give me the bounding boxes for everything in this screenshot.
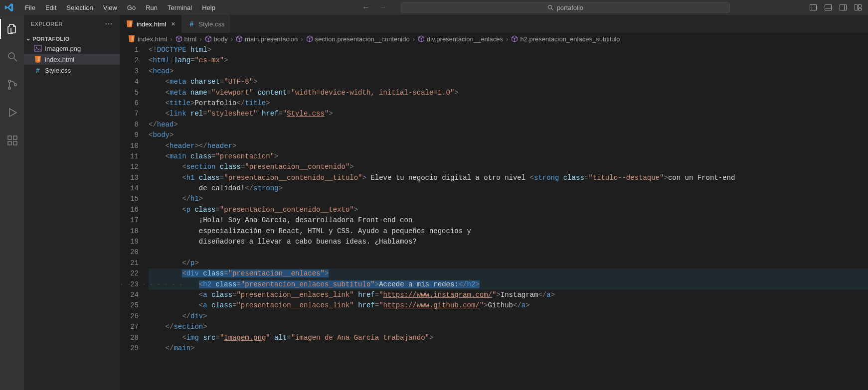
code-line-11[interactable]: <main class="presentacion">	[149, 151, 868, 162]
menu-edit[interactable]: Edit	[40, 2, 61, 13]
file-label: Imagem.png	[45, 45, 81, 52]
search-icon[interactable]	[0, 47, 24, 67]
code-line-23[interactable]: <h2 class="presentacion_enlaces_subtitul…	[149, 279, 868, 290]
project-header[interactable]: ⌄ PORTAFOLIO	[24, 34, 120, 43]
code-line-7[interactable]: <link rel="stylesheet" href="Style.css">	[149, 109, 868, 119]
file-icon	[34, 55, 42, 63]
svg-rect-20	[34, 45, 41, 51]
layout-sidebar-left-icon[interactable]	[809, 3, 817, 11]
code-editor[interactable]: 1234567891011121314151617181920212223242…	[120, 45, 868, 390]
code-line-10[interactable]: <header></header>	[149, 141, 868, 151]
search-icon	[547, 4, 554, 11]
code-line-12[interactable]: <section class="presentacion__contenido"…	[149, 162, 868, 172]
breadcrumb-item[interactable]: index.html	[128, 35, 167, 43]
editor-tabs: index.html×#Style.css	[120, 15, 868, 33]
sidebar-title: EXPLORER	[31, 21, 63, 27]
menu-help[interactable]: Help	[197, 2, 220, 13]
breadcrumb-item[interactable]: section.presentacion__contenido	[306, 35, 410, 43]
code-line-17[interactable]: ¡Hola! Soy Ana García, desarrolladora Fr…	[149, 215, 868, 226]
breadcrumb-item[interactable]: div.presentacion__enlaces	[418, 35, 503, 43]
activity-bar	[0, 15, 24, 390]
menu-view[interactable]: View	[98, 2, 122, 13]
code-line-16[interactable]: <p class="presentacion__contenido__texto…	[149, 205, 868, 215]
breadcrumb-icon	[236, 35, 243, 42]
menu-run[interactable]: Run	[141, 2, 163, 13]
breadcrumb-label: section.presentacion__contenido	[315, 35, 410, 43]
close-icon[interactable]: ×	[171, 20, 175, 28]
code-line-29[interactable]: </main>	[149, 343, 868, 354]
source-control-icon[interactable]	[0, 75, 24, 95]
code-line-2[interactable]: <html lang="es-mx">	[149, 55, 868, 66]
code-line-1[interactable]: <!DOCTYPE html>	[149, 45, 868, 55]
breadcrumb-item[interactable]: body	[205, 35, 228, 43]
breadcrumb-label: h2.presentacion_enlaces_subtitulo	[520, 35, 620, 43]
code-line-26[interactable]: </div>	[149, 311, 868, 322]
svg-point-14	[8, 87, 10, 89]
file-index-html[interactable]: index.html	[24, 54, 120, 65]
code-line-21[interactable]: </p>	[149, 258, 868, 268]
tab-index-html[interactable]: index.html×	[120, 15, 181, 33]
line-numbers: 1234567891011121314151617181920212223242…	[120, 45, 149, 390]
code-line-13[interactable]: <h1 class="presentacion__contenido__titu…	[149, 173, 868, 183]
code-line-28[interactable]: <img src="Imagem.png" alt="imagen de Ana…	[149, 333, 868, 343]
more-actions-icon[interactable]: ⋯	[105, 19, 113, 28]
code-line-25[interactable]: <a class="presentacion__enlaces_link" hr…	[149, 300, 868, 311]
code-line-3[interactable]: <head>	[149, 66, 868, 77]
breadcrumbs: index.html›html›body›main.presentacion›s…	[120, 33, 868, 45]
run-debug-icon[interactable]	[0, 103, 24, 123]
code-line-27[interactable]: </section>	[149, 322, 868, 332]
code-line-4[interactable]: <meta charset="UTF-8">	[149, 77, 868, 87]
breadcrumb-item[interactable]: html	[175, 35, 197, 43]
project-name: PORTAFOLIO	[32, 36, 69, 42]
sidebar-header: EXPLORER ⋯	[24, 15, 120, 32]
file-Imagem-png[interactable]: Imagem.png	[24, 43, 120, 54]
menu-file[interactable]: File	[20, 2, 40, 13]
tab-label: index.html	[137, 20, 166, 28]
code-line-18[interactable]: especialización en React, HTML y CSS. Ay…	[149, 226, 868, 237]
nav-forward-icon[interactable]: →	[379, 3, 387, 12]
code-line-6[interactable]: <title>Portafolio</title>	[149, 98, 868, 109]
layout-sidebar-right-icon[interactable]	[839, 3, 847, 11]
code-line-24[interactable]: <a class="presentacion__enlaces_link" hr…	[149, 290, 868, 300]
svg-line-1	[551, 8, 553, 10]
file-Style-css[interactable]: #Style.css	[24, 65, 120, 76]
layout-controls	[809, 3, 864, 11]
breadcrumb-item[interactable]: h2.presentacion_enlaces_subtitulo	[511, 35, 620, 43]
code-line-22[interactable]: <div class="presentacion__enlaces">	[149, 268, 868, 279]
layout-panel-icon[interactable]	[824, 3, 832, 11]
svg-rect-16	[8, 136, 11, 139]
nav-arrows: ← →	[362, 3, 387, 12]
nav-back-icon[interactable]: ←	[362, 3, 370, 12]
customize-layout-icon[interactable]	[854, 3, 862, 11]
code-line-15[interactable]: </h1>	[149, 194, 868, 204]
code-line-14[interactable]: de calidad!</strong>	[149, 183, 868, 194]
svg-rect-6	[840, 5, 847, 10]
breadcrumb-item[interactable]: main.presentacion	[236, 35, 298, 43]
menu-bar: File Edit Selection View Go Run Terminal…	[20, 2, 220, 13]
tab-Style-css[interactable]: #Style.css	[181, 15, 231, 33]
code-line-8[interactable]: </head>	[149, 120, 868, 130]
svg-point-21	[36, 47, 37, 48]
extensions-icon[interactable]	[0, 130, 24, 150]
svg-rect-19	[13, 136, 17, 139]
breadcrumb-separator: ›	[170, 35, 172, 43]
code-content[interactable]: <!DOCTYPE html><html lang="es-mx"><head>…	[149, 45, 868, 390]
menu-terminal[interactable]: Terminal	[163, 2, 197, 13]
code-line-5[interactable]: <meta name="viewport" content="width=dev…	[149, 88, 868, 98]
breadcrumb-label: div.presentacion__enlaces	[427, 35, 503, 43]
svg-line-12	[14, 58, 17, 61]
svg-rect-18	[13, 141, 17, 145]
breadcrumb-separator: ›	[231, 35, 233, 43]
file-label: Style.css	[45, 67, 71, 74]
command-center[interactable]: portafolio	[401, 2, 730, 13]
tab-label: Style.css	[198, 20, 224, 28]
breadcrumb-separator: ›	[199, 35, 201, 43]
code-line-19[interactable]: diseñadores a llevar a cabo buenas ideas…	[149, 237, 868, 247]
code-line-9[interactable]: <body>	[149, 130, 868, 140]
breadcrumb-icon	[128, 35, 136, 43]
menu-go[interactable]: Go	[122, 2, 141, 13]
explorer-icon[interactable]	[0, 19, 24, 39]
code-line-20[interactable]	[149, 247, 868, 258]
menu-selection[interactable]: Selection	[61, 2, 98, 13]
breadcrumb-separator: ›	[506, 35, 508, 43]
